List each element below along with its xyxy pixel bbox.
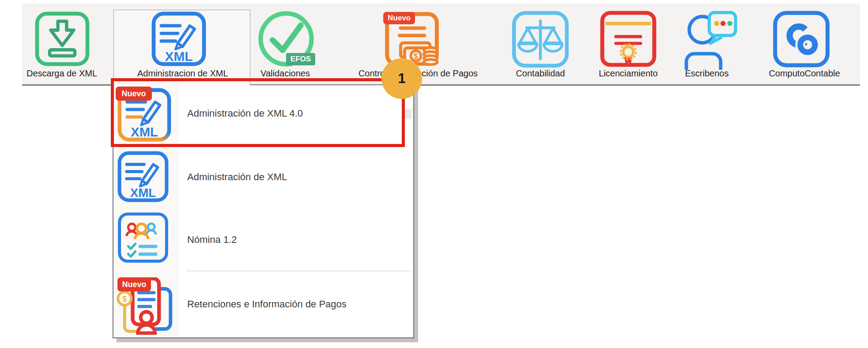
xml-edit-icon: XML: [151, 11, 207, 66]
svg-text:$: $: [414, 52, 418, 61]
escribenos-button[interactable]: [682, 8, 739, 70]
descarga-xml-button[interactable]: [34, 11, 91, 66]
svg-text:$: $: [122, 295, 127, 303]
step-number-marker: 1: [381, 58, 422, 99]
xml-edit-icon: XML: [117, 149, 169, 204]
menu-label-nomina: Nómina 1.2: [187, 233, 237, 246]
menu-label-administracion-xml: Administración de XML: [187, 170, 287, 184]
toolbar-label-administracion: Administracion de XML: [137, 68, 226, 79]
toolbar-label-descarga: Descarga de XML: [18, 68, 106, 79]
download-xml-icon: [34, 11, 91, 66]
co-logo-icon: [772, 11, 831, 68]
svg-text:XML: XML: [130, 186, 156, 200]
toolbar-label-escribenos: Escribenos: [663, 68, 751, 79]
app-window: Descarga de XML XML Administracion de XM…: [0, 0, 868, 348]
nomina-people-checklist-icon: [117, 210, 169, 265]
administracion-xml-button[interactable]: XML: [151, 11, 207, 66]
menu-label-retenciones: Retenciones e Información de Pagos: [187, 298, 347, 311]
step-highlight-rectangle: [111, 78, 405, 147]
nuevo-badge-retenciones: Nuevo: [117, 277, 151, 291]
licenciamiento-button[interactable]: [600, 11, 657, 67]
svg-text:XML: XML: [165, 49, 193, 64]
contabilidad-button[interactable]: [511, 11, 570, 68]
toolbar-label-licenciamiento: Licenciamiento: [584, 68, 672, 79]
chat-person-icon: [682, 8, 739, 70]
toolbar-label-computocontable: ComputoContable: [760, 68, 849, 79]
efos-badge: EFOS: [286, 53, 315, 65]
license-certificate-icon: [600, 11, 657, 67]
nuevo-badge-control: Nuevo: [383, 12, 415, 24]
toolbar-label-validaciones: Validaciones: [241, 68, 329, 79]
toolbar-label-contabilidad: Contabilidad: [496, 68, 585, 79]
balance-scales-icon: [511, 11, 570, 68]
computocontable-button[interactable]: [772, 11, 831, 68]
